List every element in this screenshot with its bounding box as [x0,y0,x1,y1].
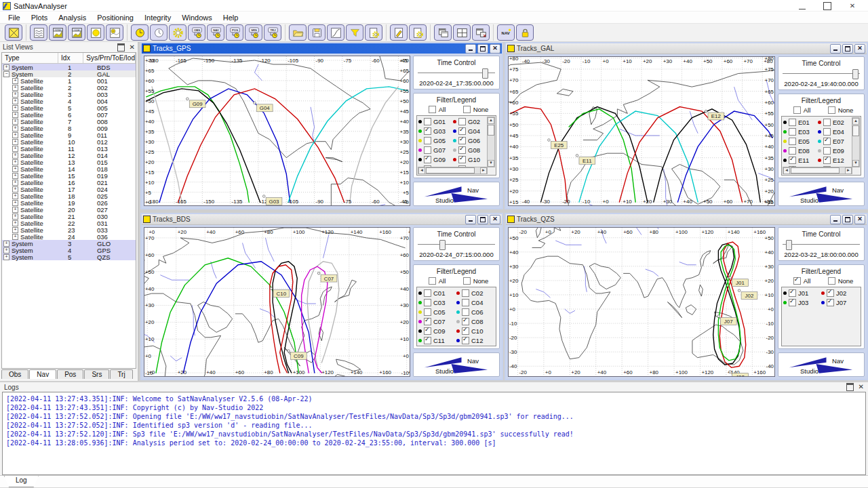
none-checkbox[interactable] [463,277,471,285]
legend-entry-C06[interactable]: C06 [456,307,494,317]
tree-row-satellite-019[interactable]: +Satellite15019 [2,172,136,179]
tab-nav[interactable]: Nav [29,369,56,379]
expander-icon[interactable]: + [12,220,18,226]
legend-checkbox-C06[interactable] [462,308,469,316]
expander-icon[interactable]: + [12,214,18,220]
none-checkbox[interactable] [463,106,471,113]
window-titlebar[interactable]: Tracks_GPS✕ [142,43,502,54]
expander-icon[interactable]: + [3,241,9,247]
float-panel-icon[interactable] [117,43,125,52]
open-file-button[interactable] [289,24,307,41]
tree-row-satellite-009[interactable]: +Satellite8009 [2,125,136,131]
legend-checkbox-G02[interactable] [458,118,466,125]
nav-time-button[interactable]: NAV [207,24,224,41]
tree-row-satellite-012[interactable]: +Satellite10012 [2,138,136,145]
tree-row-satellite-013[interactable]: +Satellite11013 [2,145,136,152]
legend-checkbox-G14[interactable] [458,175,466,176]
legend-checkbox-C11[interactable] [424,337,431,344]
tree-row-satellite-002[interactable]: +Satellite2002 [2,84,136,91]
process-file-button[interactable] [365,24,382,41]
tree-row-satellite-027[interactable]: +Satellite20027 [2,206,136,213]
nav-mode-button[interactable]: NAV [497,24,515,41]
expander-icon[interactable]: + [12,186,18,192]
tab-srs[interactable]: Srs [84,369,109,379]
expander-icon[interactable]: + [12,98,18,104]
legend-checkbox-C05[interactable] [424,308,431,316]
map-gal[interactable]: -40-40-30-30-20-20-10-10+0+0+10+10+20+20… [509,57,774,205]
window-titlebar[interactable]: Tracks_GAL✕ [506,43,867,54]
time-yellow-button[interactable] [131,24,149,41]
legend-checkbox-G04[interactable] [458,127,466,135]
legend-entry-G09[interactable]: G09 [418,155,453,164]
time-slider[interactable] [783,69,860,78]
legend-entry-E08[interactable]: E08 [783,146,818,155]
legend-checkbox-C12[interactable] [462,337,469,344]
tree-row-satellite-024[interactable]: +Satellite17024 [2,186,136,192]
time-slider[interactable] [418,68,495,77]
expander-icon[interactable]: + [12,159,18,165]
time-slider-handle[interactable] [482,68,488,79]
legend-checkbox-E08[interactable] [789,147,796,155]
legend-checkbox-E07[interactable] [823,138,831,145]
legend-checkbox-C09[interactable] [424,327,431,335]
legend-entry-C12[interactable]: C12 [456,336,494,344]
legend-entry-C03[interactable]: C03 [418,298,456,307]
map-gps[interactable]: -180-180-165-165-150-150-135-135-120-120… [144,56,410,205]
legend-entry-G06[interactable]: G06 [453,136,488,145]
legend-entry-E01[interactable]: E01 [783,117,818,127]
legend-checkbox-E12[interactable] [823,157,831,164]
legend-entry-G08[interactable]: G08 [453,145,488,155]
expander-icon[interactable]: + [12,180,18,186]
legend-entry-G02[interactable]: G02 [453,117,488,126]
legend-hscrollbar[interactable]: ◄► [418,167,488,174]
legend-checkbox-E11[interactable] [789,157,796,164]
menu-help[interactable]: Help [218,13,244,22]
legend-entry-C02[interactable]: C02 [456,288,494,298]
legend-checkbox-J03[interactable] [789,299,796,306]
close-window-button[interactable]: ✕ [490,44,500,54]
obs-time-button[interactable]: OBS [188,24,205,41]
expander-icon[interactable]: + [12,152,18,159]
close-window-button[interactable]: ✕ [490,215,500,224]
legend-entry-E11[interactable]: E11 [783,155,818,165]
lock-button[interactable] [516,24,534,41]
legend-entry-G01[interactable]: G01 [418,117,453,126]
legend-entry-E07[interactable]: E07 [818,136,852,146]
expander-icon[interactable]: + [12,85,18,91]
expander-icon[interactable]: + [12,119,18,125]
menu-windows[interactable]: Windows [176,13,218,22]
expander-icon[interactable]: + [12,207,18,213]
legend-checkbox-C08[interactable] [462,318,469,325]
expander-icon[interactable]: + [12,193,18,199]
tree-row-satellite-008[interactable]: +Satellite7008 [2,118,136,125]
legend-entry-C08[interactable]: C08 [456,317,494,326]
legend-checkbox-C03[interactable] [424,299,431,306]
maximize-window-button[interactable] [477,44,488,54]
minimize-window-button[interactable] [465,215,476,224]
expander-icon[interactable]: + [12,200,18,206]
close-window-button[interactable]: ✕ [854,215,865,224]
legend-checkbox-G10[interactable] [458,156,466,163]
maximize-window-button[interactable] [842,215,853,224]
legend-checkbox-G09[interactable] [424,156,431,163]
expander-icon[interactable]: + [12,78,18,84]
time-slider[interactable] [418,240,495,249]
expander-icon[interactable]: + [12,105,18,111]
all-checkbox[interactable] [793,277,801,285]
trj-time-button[interactable]: TRJ [264,24,281,41]
close-plot-button[interactable] [5,24,22,41]
expander-icon[interactable]: + [12,234,18,240]
tree-row-satellite-011[interactable]: +Satellite9011 [2,131,136,138]
legend-checkbox-C07[interactable] [424,318,431,325]
all-checkbox[interactable] [793,106,801,114]
float-logs-icon[interactable] [846,383,854,391]
plot-waves-button[interactable] [30,24,47,41]
edit-file-button[interactable] [390,24,408,41]
legend-checkbox-G01[interactable] [424,118,431,125]
close-logs-icon[interactable]: ✕ [859,384,864,390]
tab-trj[interactable]: Trj [110,369,132,379]
legend-checkbox-E02[interactable] [823,119,831,126]
legend-entry-C11[interactable]: C11 [418,336,456,344]
tile-windows-button[interactable] [453,24,471,41]
expander-icon[interactable]: + [12,125,18,131]
